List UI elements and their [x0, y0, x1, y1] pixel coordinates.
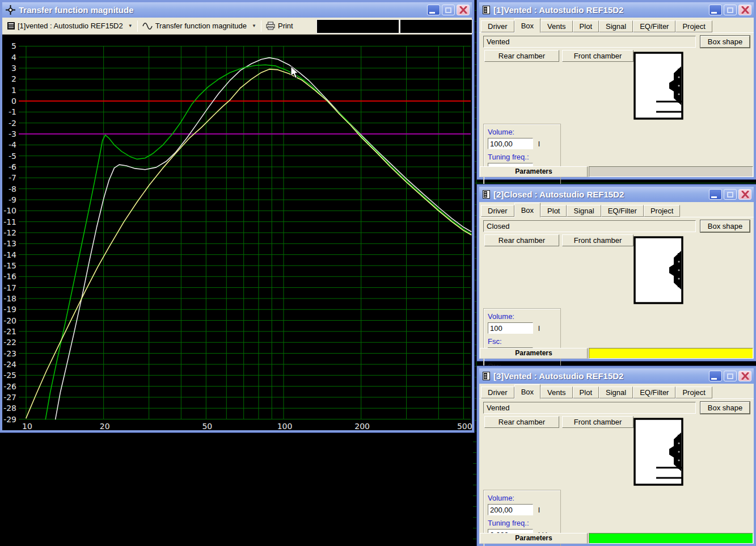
tab-box[interactable]: Box: [514, 203, 540, 217]
y-axis-tick-label: -15: [3, 261, 16, 270]
minimize-button[interactable]: [709, 5, 722, 15]
parameters-tab[interactable]: Parameters: [480, 348, 588, 359]
box-type-field[interactable]: Closed: [483, 220, 696, 232]
status-strip: [589, 348, 753, 359]
tab-vents[interactable]: Vents: [540, 387, 573, 398]
y-axis-tick-label: -11: [3, 217, 16, 226]
y-axis-tick-label: -24: [3, 360, 16, 369]
field-input[interactable]: [488, 322, 533, 334]
minimize-button[interactable]: [709, 371, 722, 381]
field-input[interactable]: [488, 138, 533, 149]
rear-chamber-button[interactable]: Rear chamber: [484, 234, 559, 246]
tab-driver[interactable]: Driver: [481, 20, 514, 32]
tab-box[interactable]: Box: [514, 384, 540, 399]
tab-bar: DriverBoxPlotSignalEQ/FilterProject: [479, 202, 754, 217]
tab-plot[interactable]: Plot: [573, 387, 599, 398]
window-title: [3]Vented : Autostudio REF15D2: [493, 371, 709, 381]
window-title: [2]Closed : Autostudio REF15D2: [493, 190, 709, 199]
plot-window: Transfer function magnitude [1]vented : …: [0, 0, 474, 432]
tab-eq-filter[interactable]: EQ/Filter: [601, 205, 644, 217]
x-axis-tick-label: 100: [277, 422, 293, 430]
tab-signal[interactable]: Signal: [599, 387, 633, 398]
rear-chamber-button[interactable]: Rear chamber: [484, 416, 559, 428]
box-type-field[interactable]: Vented: [483, 402, 696, 414]
close-icon[interactable]: [738, 189, 751, 200]
chevron-down-icon: ▼: [128, 23, 133, 28]
y-axis-tick-label: -29: [3, 415, 16, 424]
tab-eq-filter[interactable]: EQ/Filter: [633, 20, 675, 32]
parameters-tab[interactable]: Parameters: [480, 533, 588, 544]
minimize-button[interactable]: [709, 189, 722, 200]
tab-eq-filter[interactable]: EQ/Filter: [633, 387, 675, 398]
field-input[interactable]: [488, 504, 533, 515]
plot-area[interactable]: 543210-1-2-3-4-5-6-7-8-9-10-11-12-13-14-…: [2, 35, 472, 430]
rear-chamber-button[interactable]: Rear chamber: [484, 50, 559, 62]
front-chamber-button[interactable]: Front chamber: [562, 416, 633, 428]
box-window: [1]Vented : Autostudio REF15D2 DriverBox…: [477, 0, 756, 179]
tab-bar: DriverBoxVentsPlotSignalEQ/FilterProject: [479, 384, 754, 399]
tab-plot[interactable]: Plot: [540, 205, 567, 217]
project-selector-value: [1]vented : Autostudio REF15D2: [18, 22, 123, 30]
field-label: Fsc:: [488, 337, 560, 346]
toolbar-separator: [137, 20, 138, 32]
tab-box[interactable]: Box: [514, 18, 540, 33]
y-axis-tick-label: -13: [3, 239, 16, 248]
status-strip: [589, 533, 753, 544]
tab-bar: DriverBoxVentsPlotSignalEQ/FilterProject: [479, 18, 754, 33]
window-titlebar[interactable]: [1]Vented : Autostudio REF15D2: [479, 2, 754, 18]
y-axis-tick-label: 3: [11, 64, 16, 73]
toolbar-black-panel: [400, 19, 472, 33]
tab-project[interactable]: Project: [675, 20, 712, 32]
y-axis-tick-label: -20: [3, 316, 16, 325]
box-shape-button[interactable]: Box shape: [700, 402, 750, 414]
tab-signal[interactable]: Signal: [599, 20, 633, 32]
box-tab-page: Volume:lTuning freq.:kHz Advanced->: [479, 428, 754, 544]
minimize-button[interactable]: [427, 5, 440, 15]
status-strip: [589, 166, 753, 177]
document-icon: [483, 6, 490, 14]
window-titlebar[interactable]: [3]Vented : Autostudio REF15D2: [479, 368, 754, 384]
tab-driver[interactable]: Driver: [481, 205, 514, 217]
close-icon[interactable]: [738, 371, 751, 381]
box-diagram: [633, 236, 683, 304]
sine-wave-icon: [142, 23, 153, 30]
tab-vents[interactable]: Vents: [540, 20, 573, 32]
tab-plot[interactable]: Plot: [573, 20, 599, 32]
project-selector-dropdown[interactable]: [1]vented : Autostudio REF15D2 ▼: [5, 19, 136, 33]
maximize-button[interactable]: [442, 5, 455, 15]
field-label: Tuning freq.:: [488, 153, 560, 161]
front-chamber-button[interactable]: Front chamber: [562, 50, 633, 62]
maximize-button[interactable]: [724, 371, 737, 381]
window-titlebar[interactable]: [2]Closed : Autostudio REF15D2: [479, 187, 754, 202]
y-axis-tick-label: -10: [3, 206, 16, 215]
transfer-function-chart[interactable]: 543210-1-2-3-4-5-6-7-8-9-10-11-12-13-14-…: [2, 35, 472, 430]
y-axis-tick-label: -14: [3, 250, 16, 259]
box-shape-button[interactable]: Box shape: [700, 36, 750, 48]
parameters-tab[interactable]: Parameters: [480, 166, 588, 177]
y-axis-tick-label: -4: [9, 140, 16, 149]
y-axis-tick-label: -5: [9, 152, 16, 161]
front-chamber-button[interactable]: Front chamber: [562, 234, 633, 246]
print-button[interactable]: Print: [263, 19, 296, 33]
y-axis-tick-label: -3: [9, 129, 16, 138]
maximize-button[interactable]: [724, 189, 737, 200]
box-type-field[interactable]: Vented: [483, 36, 696, 48]
window-icon: [7, 22, 15, 30]
y-axis-tick-label: -23: [3, 349, 16, 358]
tab-project[interactable]: Project: [644, 205, 680, 217]
plot-type-dropdown[interactable]: Transfer function magnitude ▼: [140, 19, 259, 33]
box-shape-button[interactable]: Box shape: [700, 220, 750, 232]
tab-project[interactable]: Project: [675, 387, 712, 398]
tab-driver[interactable]: Driver: [481, 387, 514, 398]
y-axis-tick-label: -8: [9, 184, 16, 194]
maximize-button[interactable]: [724, 5, 737, 15]
tab-signal[interactable]: Signal: [567, 205, 601, 217]
close-icon[interactable]: [738, 5, 751, 15]
field-label: Volume:: [488, 128, 560, 136]
close-icon[interactable]: [457, 5, 470, 15]
crosshair-icon: [6, 5, 15, 15]
plot-window-titlebar[interactable]: Transfer function magnitude: [2, 2, 472, 18]
plot-toolbar: [1]vented : Autostudio REF15D2 ▼ Transfe…: [2, 18, 472, 35]
y-axis-tick-label: -17: [3, 283, 16, 292]
y-axis-tick-label: -16: [3, 272, 16, 281]
